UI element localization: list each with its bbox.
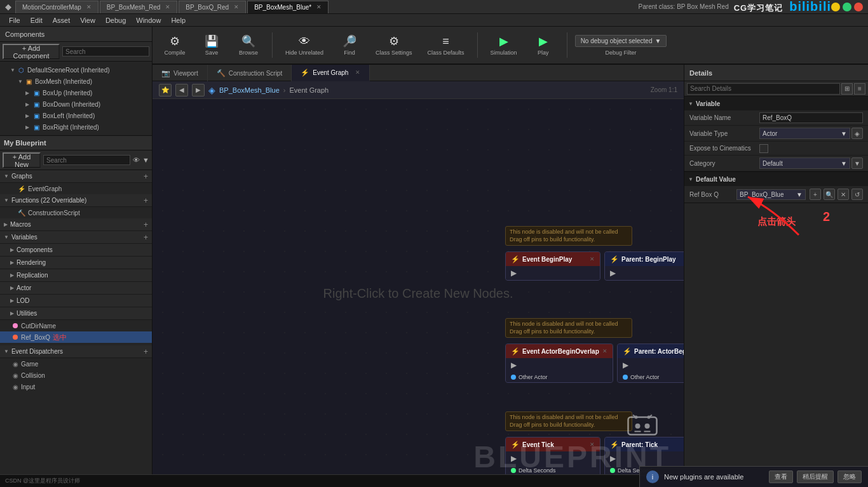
array-toggle-icon[interactable]: ◈ [851, 128, 863, 139]
settings-icon[interactable]: ▼ [142, 156, 149, 164]
exec-pin[interactable]: ▶ [511, 454, 517, 463]
grid-view-icon[interactable]: ⊞ [841, 83, 853, 95]
close-icon[interactable]: ✕ [316, 4, 322, 10]
simulation-button[interactable]: ▶ Simulation [485, 32, 522, 58]
add-function-icon[interactable]: + [144, 196, 148, 205]
menu-debug[interactable]: Debug [100, 14, 131, 27]
tree-default-scene-root[interactable]: ▼ ⬡ DefaultSceneRoot (Inherited) [0, 64, 152, 76]
menu-view[interactable]: View [75, 14, 100, 27]
clear-icon[interactable]: ✕ [837, 189, 849, 200]
event-overlap-node[interactable]: ⚡ Event ActorBeginOverlap ✕ ▶ Other Acto… [505, 344, 613, 383]
prev-button[interactable]: ◀ [175, 84, 188, 97]
add-variable-icon[interactable]: + [144, 233, 148, 242]
compile-button[interactable]: ⚙ Compile [159, 32, 191, 58]
add-component-button[interactable]: + Add Component [3, 44, 60, 59]
exec-pin[interactable]: ▶ [511, 269, 517, 277]
class-defaults-button[interactable]: ≡ Class Defaults [423, 32, 470, 58]
graph-canvas[interactable]: Right-Click to Create New Nodes. This no… [153, 99, 684, 487]
back-button[interactable]: ⭐ [159, 84, 172, 97]
add-dispatcher-icon[interactable]: + [144, 347, 148, 356]
add-graph-icon[interactable]: + [144, 172, 148, 181]
save-button[interactable]: 💾 Save [196, 32, 227, 58]
close-icon[interactable]: ✕ [165, 4, 170, 10]
dispatcher-input[interactable]: ◉ Input [0, 381, 152, 392]
tab-motion-controller[interactable]: MotionControllerMap ✕ [15, 1, 98, 13]
tree-boxright[interactable]: ▶ ▣ BoxRight (Inherited) [0, 121, 152, 133]
next-button[interactable]: ▶ [192, 84, 205, 97]
tab-bp-boxmesh-blue[interactable]: BP_BoxMesh_Blue* ✕ [247, 1, 329, 13]
tree-boxup[interactable]: ▶ ▣ BoxUp (Inherited) [0, 87, 152, 98]
hide-unrelated-button[interactable]: 👁 Hide Unrelated [280, 32, 329, 58]
menu-file[interactable]: File [4, 14, 25, 27]
variable-name-input[interactable] [759, 112, 863, 123]
node-close-icon[interactable]: ✕ [590, 441, 595, 448]
expand-icon[interactable]: ▼ [851, 157, 863, 169]
debug-filter-select[interactable]: No debug object selected ▼ [575, 35, 667, 47]
exec-in-pin[interactable]: ▶ [610, 454, 616, 463]
browse-asset-icon[interactable]: + [810, 189, 821, 200]
section-replication[interactable]: ▶ Replication [0, 269, 152, 282]
tab-viewport[interactable]: 📷 Viewport [153, 65, 208, 81]
event-beginplay-node[interactable]: ⚡ Event BeginPlay ✕ ▶ [505, 251, 600, 281]
section-lod[interactable]: ▶ LOD [0, 295, 152, 307]
search-icon[interactable]: 🔍 [824, 189, 835, 200]
tree-boxmesh[interactable]: ▼ ▣ BoxMesh (Inherited) [0, 76, 152, 87]
list-event-graph[interactable]: ⚡ EventGraph [0, 183, 152, 194]
exec-pin[interactable]: ▶ [511, 361, 517, 370]
menu-edit[interactable]: Edit [25, 14, 48, 27]
menu-asset[interactable]: Asset [48, 14, 76, 27]
tab-event-graph[interactable]: ⚡ Event Graph ✕ [292, 65, 370, 81]
notification-view-button[interactable]: 查看 [769, 470, 793, 483]
maximize-button[interactable] [843, 3, 851, 11]
browse-button[interactable]: 🔍 Browse [233, 32, 264, 58]
section-actor[interactable]: ▶ Actor [0, 282, 152, 295]
section-variables[interactable]: ▼ Variables + [0, 231, 152, 244]
variable-section-header[interactable]: ▼ Variable [684, 97, 868, 110]
category-select[interactable]: Default ▼ [759, 157, 850, 169]
minimize-button[interactable] [831, 3, 840, 11]
tab-construction-script[interactable]: 🔨 Construction Script [208, 65, 292, 81]
tab-bp-boxmesh-red[interactable]: BP_BoxMesh_Red ✕ [100, 1, 178, 13]
list-construction-script[interactable]: 🔨 ConstructionScript [0, 207, 152, 218]
variable-type-select[interactable]: Actor ▼ [759, 128, 850, 139]
notification-later-button[interactable]: 稍后提醒 [797, 470, 834, 483]
exec-in-pin[interactable]: ▶ [610, 269, 616, 277]
details-search-input[interactable] [687, 83, 840, 95]
close-icon[interactable]: ✕ [234, 4, 239, 10]
blueprint-search-input[interactable] [43, 155, 130, 165]
add-new-button[interactable]: + Add New [3, 152, 41, 168]
close-button[interactable] [854, 3, 863, 11]
variable-ref-boxq[interactable]: Ref_BoxQ 选中 [0, 331, 152, 343]
node-close-icon[interactable]: ✕ [602, 348, 607, 354]
tree-boxleft[interactable]: ▶ ▣ BoxLeft (Inherited) [0, 110, 152, 121]
tree-boxdown[interactable]: ▶ ▣ BoxDown (Inherited) [0, 98, 152, 110]
play-button[interactable]: ▶ Play [527, 32, 559, 58]
section-utilities[interactable]: ▶ Utilities [0, 307, 152, 320]
parent-beginplay-node[interactable]: ⚡ Parent: BeginPlay ▶ ▷ [604, 251, 684, 281]
find-button[interactable]: 🔎 Find [334, 32, 365, 58]
section-functions[interactable]: ▼ Functions (22 Overridable) + [0, 194, 152, 207]
ref-box-q-select[interactable]: BP_BoxQ_Blue ▼ [736, 189, 806, 200]
add-macro-icon[interactable]: + [144, 220, 148, 229]
component-search-input[interactable] [62, 46, 149, 57]
list-view-icon[interactable]: ≡ [854, 83, 865, 95]
section-components-sub[interactable]: ▶ Components [0, 244, 152, 257]
menu-help[interactable]: Help [166, 14, 191, 27]
notification-dismiss-button[interactable]: 忽略 [837, 470, 862, 483]
exec-in-pin[interactable]: ▶ [623, 361, 628, 370]
variable-cutdirname[interactable]: CutDirName [0, 320, 152, 331]
default-value-section-header[interactable]: ▼ Default Value [684, 172, 868, 186]
node-close-icon[interactable]: ✕ [590, 256, 595, 262]
close-icon[interactable]: ✕ [355, 69, 360, 76]
section-graphs[interactable]: ▼ Graphs + [0, 170, 152, 183]
dispatcher-game[interactable]: ◉ Game [0, 358, 152, 370]
tab-bp-boxq-red[interactable]: BP_BoxQ_Red ✕ [179, 1, 246, 13]
menu-window[interactable]: Window [131, 14, 166, 27]
event-tick-node[interactable]: ⚡ Event Tick ✕ ▶ Delta Seconds [505, 437, 600, 476]
close-icon[interactable]: ✕ [86, 4, 92, 10]
reset-icon[interactable]: ↺ [851, 189, 863, 200]
section-rendering[interactable]: ▶ Rendering [0, 257, 152, 269]
class-settings-button[interactable]: ⚙ Class Settings [370, 32, 417, 58]
visibility-icon[interactable]: 👁 [133, 156, 140, 164]
section-macros[interactable]: ▶ Macros + [0, 218, 152, 231]
